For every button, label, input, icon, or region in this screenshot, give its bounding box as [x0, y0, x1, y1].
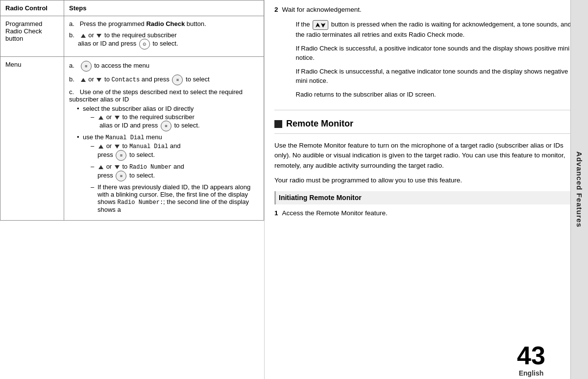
steps-cell-2: a. ≡ to access the menu b. or to Contact…: [64, 57, 264, 221]
step-a: a. Press the programmed Radio Check butt…: [69, 20, 259, 27]
table-row-menu: Menu a. ≡ to access the menu b. or: [0, 57, 264, 221]
menu-step-c: c. Use one of the steps described next t…: [69, 88, 259, 213]
sub-sub-step-2c: If there was previously dialed ID, the I…: [91, 183, 259, 213]
step-1-number: 1: [274, 208, 278, 218]
rotated-sidebar: Advanced Features: [570, 0, 588, 379]
arrow-up-icon-d1: [98, 142, 104, 150]
ok-icon-c1: ≡: [161, 121, 172, 131]
arrow-down-icon-d1: [114, 142, 121, 150]
page-number: 43: [492, 343, 570, 368]
table-row: Programmed Radio Check button a. Press t…: [0, 16, 264, 57]
menu-step-a: a. ≡ to access the menu: [69, 61, 259, 72]
ok-icon-d1: ≡: [116, 150, 126, 161]
ptt-icon: ⮝⮟: [313, 20, 328, 30]
right-outer: 2 Wait for acknowledgement. If the ⮝⮟ bu…: [265, 0, 588, 379]
sub-sub-step-1a: or to the required subscriber alias or I…: [91, 113, 259, 131]
menu-step-b: b. or to Contacts and press ≡ to select: [69, 75, 259, 85]
arrow-up-icon-b: [80, 76, 87, 83]
ok-icon-d2: ≡: [116, 171, 126, 181]
ok-icon-b: ≡: [172, 75, 183, 85]
note-1: If the ⮝⮟ button is pressed when the rad…: [296, 20, 578, 39]
col2-header: Steps: [64, 0, 264, 16]
arrow-up-icon-d2: [98, 163, 104, 170]
step-b: b. or to the required subscriber alias o…: [69, 31, 259, 50]
radio-control-cell-menu: Menu: [0, 57, 64, 221]
step-2-text: Wait for acknowledgement. If the ⮝⮟ butt…: [282, 5, 578, 103]
sidebar-text: Advanced Features: [575, 152, 584, 227]
radio-control-cell: Programmed Radio Check button: [0, 16, 64, 57]
main-table: Radio Control Steps Programmed Radio Che…: [0, 0, 264, 221]
arrow-down-icon-c1: [114, 113, 121, 121]
page-language: English: [492, 369, 570, 377]
divider-1: [274, 110, 578, 110]
arrow-down-icon: [96, 31, 102, 39]
section-desc-1: Use the Remote Monitor feature to turn o…: [274, 141, 578, 171]
right-content: 2 Wait for acknowledgement. If the ⮝⮟ bu…: [265, 0, 588, 379]
content-step-1: 1 Access the Remote Monitor feature.: [274, 208, 578, 218]
sub-sub-step-2a: or to Manual Dial and press ≡ to select.: [91, 142, 259, 161]
sub-step-1: select the subscriber alias or ID direct…: [77, 105, 259, 131]
menu-icon: ≡: [81, 61, 92, 72]
sub-steps-list: select the subscriber alias or ID direct…: [69, 105, 259, 213]
sub-sub-steps-2: or to Manual Dial and press ≡ to select.: [83, 142, 259, 213]
ok-button-icon: ⊙: [139, 39, 150, 50]
step-2-number: 2: [274, 5, 278, 15]
note-3: If Radio Check is unsuccessful, a negati…: [296, 67, 578, 86]
divider-2: [274, 133, 578, 134]
note-4: Radio returns to the subscriber alias or…: [296, 90, 578, 100]
sub-step-2: use the Manual Dial menu or to Manual Di…: [77, 133, 259, 213]
arrow-down-icon-b: [96, 76, 102, 83]
section-desc-2: Your radio must be programmed to allow y…: [274, 176, 578, 185]
arrow-up-icon-c1: [98, 113, 104, 121]
note-2: If Radio Check is successful, a positive…: [296, 44, 578, 63]
step-1-text: Access the Remote Monitor feature.: [282, 208, 578, 218]
arrow-up-icon: [80, 31, 87, 39]
sub-section-title: Initiating Remote Monitor: [274, 191, 578, 204]
section-header-square-icon: [274, 120, 282, 128]
section-title: Remote Monitor: [286, 117, 353, 130]
sub-sub-step-2b: or to Radio Number and press ≡ to select…: [91, 163, 259, 181]
steps-cell-1: a. Press the programmed Radio Check butt…: [64, 16, 264, 57]
left-panel: Radio Control Steps Programmed Radio Che…: [0, 0, 265, 379]
page-number-block: 43 English: [492, 343, 570, 379]
section-header-remote-monitor: Remote Monitor: [274, 117, 578, 130]
content-step-2: 2 Wait for acknowledgement. If the ⮝⮟ bu…: [274, 5, 578, 103]
sub-sub-steps-1: or to the required subscriber alias or I…: [83, 113, 259, 131]
col1-header: Radio Control: [0, 0, 64, 16]
arrow-down-icon-d2: [114, 163, 121, 170]
